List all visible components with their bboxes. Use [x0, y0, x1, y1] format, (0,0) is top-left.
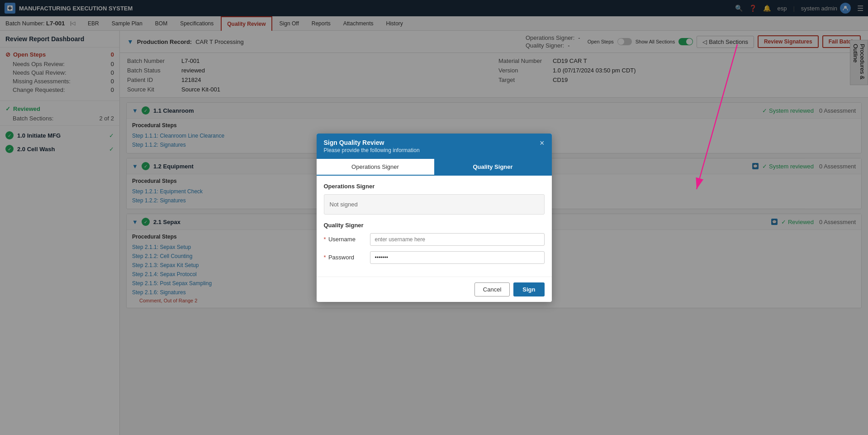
modal-footer: Cancel Sign	[317, 277, 552, 302]
modal-close-button[interactable]: ×	[540, 139, 545, 147]
username-form-group: * Username	[324, 233, 545, 246]
password-required-star: *	[324, 254, 326, 261]
ops-not-signed-box: Not signed	[324, 194, 545, 215]
ops-signer-section-title: Operations Signer	[324, 183, 545, 190]
quality-signer-section-title: Quality Signer	[324, 222, 545, 229]
modal-body: Operations Signer Not signed Quality Sig…	[317, 176, 552, 277]
modal-tabs: Operations Signer Quality Signer	[317, 159, 552, 176]
modal-title: Sign Quality Review	[324, 139, 420, 146]
sign-button[interactable]: Sign	[513, 282, 544, 296]
modal-tab-operations[interactable]: Operations Signer	[317, 159, 434, 175]
password-label-text: Password	[328, 254, 354, 261]
cancel-button[interactable]: Cancel	[474, 282, 510, 296]
username-label: * Username	[324, 236, 365, 243]
modal-title-group: Sign Quality Review Please provide the f…	[324, 139, 420, 153]
password-label: * Password	[324, 254, 365, 261]
modal-header: Sign Quality Review Please provide the f…	[317, 134, 552, 159]
username-label-text: Username	[328, 236, 356, 243]
password-input[interactable]	[370, 251, 545, 264]
sign-quality-review-modal: Sign Quality Review Please provide the f…	[317, 134, 552, 302]
modal-tab-quality[interactable]: Quality Signer	[434, 159, 552, 175]
modal-subtitle: Please provide the following information	[324, 147, 420, 153]
password-form-group: * Password	[324, 251, 545, 264]
modal-backdrop: Sign Quality Review Please provide the f…	[0, 0, 868, 435]
username-required-star: *	[324, 236, 326, 243]
username-input[interactable]	[370, 233, 545, 246]
